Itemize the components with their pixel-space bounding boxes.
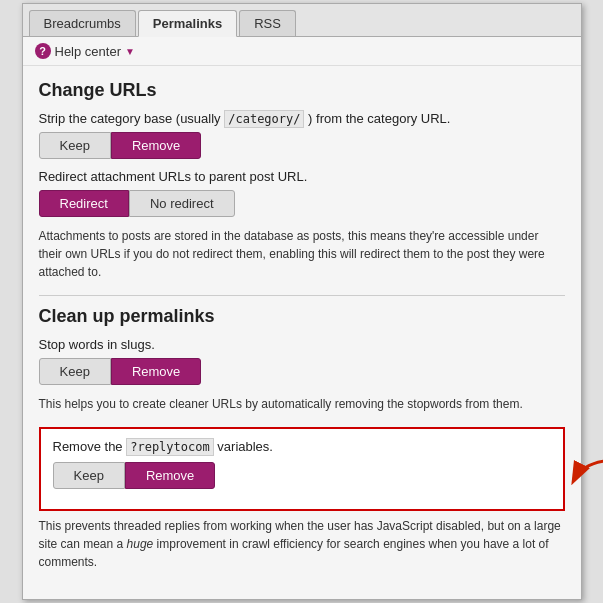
help-bar: ? Help center ▼ — [23, 37, 581, 66]
redirect-toggle: Redirect No redirect — [39, 190, 235, 217]
tab-breadcrumbs[interactable]: Breadcrumbs — [29, 10, 136, 36]
redirect-label: Redirect attachment URLs to parent post … — [39, 169, 565, 184]
help-icon: ? — [35, 43, 51, 59]
content-area: Change URLs Strip the category base (usu… — [23, 66, 581, 599]
strip-remove-button[interactable]: Remove — [111, 132, 201, 159]
redirect-description: Attachments to posts are stored in the d… — [39, 227, 565, 281]
remove-vars-description: This prevents threaded replies from work… — [39, 517, 565, 571]
strip-keep-button[interactable]: Keep — [39, 132, 111, 159]
vars-keep-button[interactable]: Keep — [53, 462, 125, 489]
clean-permalinks-title: Clean up permalinks — [39, 306, 565, 327]
help-dropdown-arrow[interactable]: ▼ — [125, 46, 135, 57]
tab-permalinks[interactable]: Permalinks — [138, 10, 237, 37]
tab-rss[interactable]: RSS — [239, 10, 296, 36]
red-arrow-indicator — [568, 452, 604, 492]
strip-category-toggle: Keep Remove — [39, 132, 202, 159]
stop-words-toggle: Keep Remove — [39, 358, 202, 385]
stop-words-label: Stop words in slugs. — [39, 337, 565, 352]
stopwords-remove-button[interactable]: Remove — [111, 358, 201, 385]
stopwords-keep-button[interactable]: Keep — [39, 358, 111, 385]
tab-bar: Breadcrumbs Permalinks RSS — [23, 4, 581, 37]
vars-remove-button[interactable]: Remove — [125, 462, 215, 489]
remove-vars-box: Remove the ?replytocom variables. Keep R… — [39, 427, 565, 511]
remove-vars-section: Remove the ?replytocom variables. Keep R… — [39, 427, 565, 511]
no-redirect-button[interactable]: No redirect — [129, 190, 235, 217]
strip-category-label: Strip the category base (usually /catego… — [39, 111, 565, 126]
remove-vars-label: Remove the ?replytocom variables. — [53, 439, 551, 454]
main-window: Breadcrumbs Permalinks RSS ? Help center… — [22, 3, 582, 600]
change-urls-title: Change URLs — [39, 80, 565, 101]
strip-category-code: /category/ — [224, 110, 304, 128]
section-divider — [39, 295, 565, 296]
stop-words-description: This helps you to create cleaner URLs by… — [39, 395, 565, 413]
help-center-label[interactable]: Help center — [55, 44, 121, 59]
remove-vars-toggle: Keep Remove — [53, 462, 216, 489]
redirect-button[interactable]: Redirect — [39, 190, 129, 217]
remove-vars-code: ?replytocom — [126, 438, 213, 456]
